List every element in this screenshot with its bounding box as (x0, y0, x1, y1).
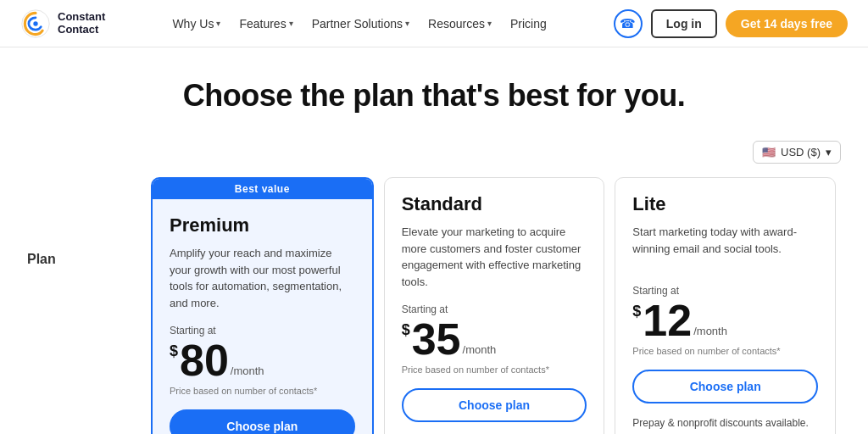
nav-why-us[interactable]: Why Us ▾ (165, 12, 227, 36)
premium-price-dollar: $ (170, 343, 178, 359)
premium-choose-plan-button[interactable]: Choose plan (170, 409, 355, 434)
chevron-down-icon: ▾ (487, 19, 492, 28)
plan-column-label: Plan (27, 252, 56, 266)
best-value-badge: Best value (153, 179, 372, 199)
nav-resources[interactable]: Resources ▾ (421, 12, 498, 36)
plan-card-standard: Standard Elevate your marketing to acqui… (384, 177, 605, 434)
nav-pricing[interactable]: Pricing (504, 12, 554, 36)
site-header: Constant Contact Why Us ▾ Features ▾ Par… (0, 0, 868, 47)
chevron-down-icon: ▾ (289, 19, 293, 28)
plan-card-premium: Best value Premium Amplify your reach an… (151, 177, 374, 434)
plan-card-lite: Lite Start marketing today with award-wi… (615, 177, 836, 434)
premium-price-amount: 80 (180, 338, 229, 382)
lite-card-body: Lite Start marketing today with award-wi… (615, 178, 835, 434)
lite-price-per: /month (693, 325, 727, 337)
main-nav: Why Us ▾ Features ▾ Partner Solutions ▾ … (165, 12, 553, 36)
phone-icon: ☎ (620, 16, 636, 31)
currency-selector[interactable]: 🇺🇸 USD ($) ▾ (753, 141, 841, 164)
plans-section: Plan Best value Premium Amplify your rea… (27, 177, 841, 434)
standard-plan-description: Elevate your marketing to acquire more c… (402, 224, 587, 290)
lite-price-note: Price based on number of contacts* (632, 346, 818, 356)
lite-starting-at: Starting at (632, 285, 818, 297)
standard-price-row: $ 35 /month (402, 317, 587, 361)
premium-price-per: /month (231, 364, 264, 377)
chevron-down-icon: ▾ (216, 19, 220, 28)
free-trial-button[interactable]: Get 14 days free (726, 10, 848, 37)
logo-icon (20, 8, 51, 39)
premium-starting-at: Starting at (170, 325, 355, 337)
premium-price-row: $ 80 /month (170, 338, 355, 382)
chevron-down-icon: ▾ (405, 19, 409, 28)
lite-choose-plan-button[interactable]: Choose plan (632, 370, 818, 403)
premium-plan-name: Premium (170, 214, 355, 236)
flag-icon: 🇺🇸 (762, 146, 776, 159)
header-actions: ☎ Log in Get 14 days free (614, 9, 848, 38)
standard-choose-plan-button[interactable]: Choose plan (402, 388, 587, 422)
standard-starting-at: Starting at (402, 303, 587, 315)
currency-row: 🇺🇸 USD ($) ▾ (27, 141, 841, 164)
lite-plan-name: Lite (632, 193, 818, 215)
lite-plan-description: Start marketing today with award-winning… (632, 224, 818, 271)
currency-label: USD ($) (781, 146, 821, 159)
svg-point-1 (33, 21, 37, 25)
logo-text: Constant Contact (58, 11, 105, 36)
standard-plan-name: Standard (402, 193, 587, 215)
lite-discount-note: Prepay & nonprofit discounts available. (632, 417, 818, 429)
chevron-down-icon: ▾ (826, 146, 832, 159)
standard-price-per: /month (463, 343, 497, 356)
main-content: Choose the plan that's best for you. 🇺🇸 … (0, 47, 868, 434)
standard-price-dollar: $ (402, 322, 410, 337)
nav-partner-solutions[interactable]: Partner Solutions ▾ (305, 12, 416, 36)
standard-price-note: Price based on number of contacts* (402, 364, 587, 375)
page-title: Choose the plan that's best for you. (27, 78, 841, 114)
lite-price-amount: 12 (643, 298, 692, 342)
login-button[interactable]: Log in (651, 9, 717, 38)
lite-price-row: $ 12 /month (632, 298, 818, 342)
premium-price-note: Price based on number of contacts* (170, 386, 355, 396)
logo[interactable]: Constant Contact (20, 8, 105, 39)
plan-label-column: Plan (27, 177, 146, 267)
standard-card-body: Standard Elevate your marketing to acqui… (385, 178, 604, 434)
nav-features[interactable]: Features ▾ (232, 12, 299, 36)
lite-price-dollar: $ (632, 303, 641, 319)
phone-button[interactable]: ☎ (614, 9, 643, 38)
premium-card-body: Premium Amplify your reach and maximize … (153, 199, 372, 434)
premium-plan-description: Amplify your reach and maximize your gro… (170, 245, 355, 311)
standard-price-amount: 35 (412, 317, 461, 361)
